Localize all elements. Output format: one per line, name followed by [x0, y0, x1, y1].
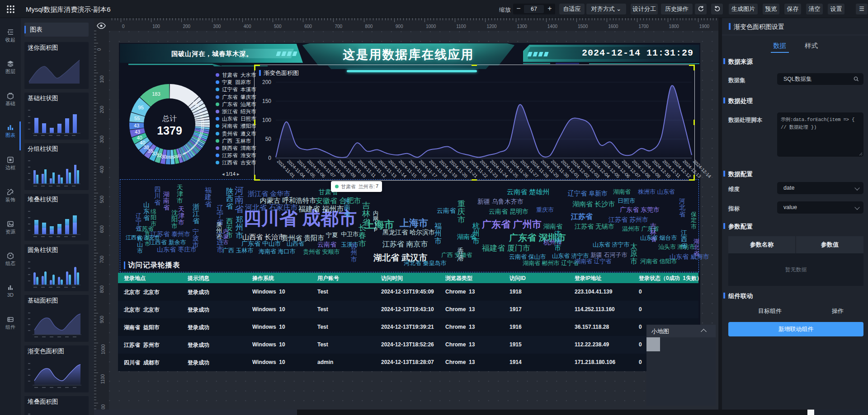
svg-text:183: 183 [152, 91, 160, 97]
svg-text:40: 40 [137, 135, 142, 140]
svg-text:40: 40 [140, 140, 145, 145]
svg-text:43: 43 [135, 129, 140, 135]
svg-text:25: 25 [170, 155, 175, 159]
svg-text:43: 43 [134, 123, 139, 128]
svg-text:95: 95 [138, 105, 144, 110]
svg-text:55: 55 [134, 116, 140, 121]
